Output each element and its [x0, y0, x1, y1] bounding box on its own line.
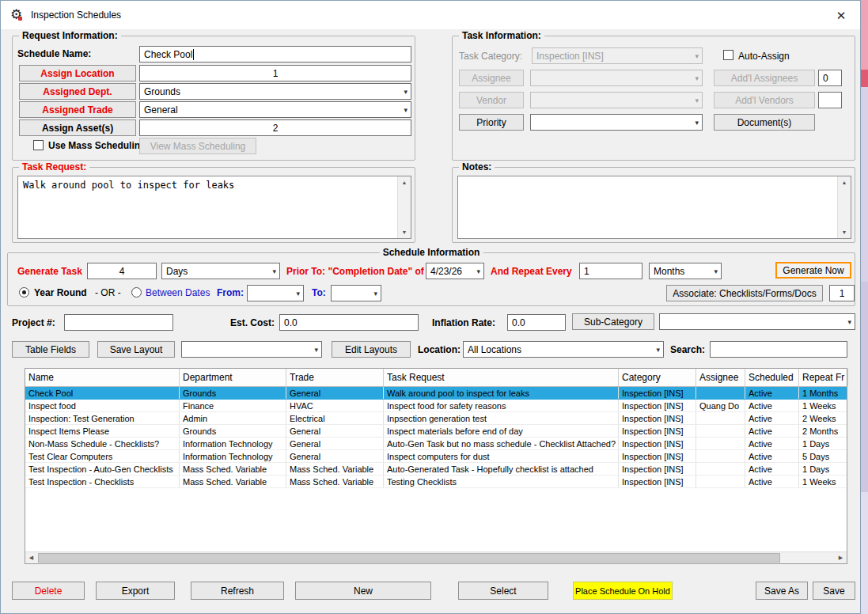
assign-location-button[interactable]: Assign Location — [19, 65, 136, 81]
scroll-up-icon[interactable]: ▲ — [398, 176, 411, 188]
repeat-unit-select[interactable]: Months ▾ — [649, 263, 722, 279]
view-mass-scheduling-label: View Mass Scheduling — [150, 141, 246, 152]
table-row[interactable]: Inspect Items PleaseGroundsGeneralInspec… — [25, 425, 847, 438]
column-header[interactable]: Category — [619, 369, 696, 386]
between-dates-radio[interactable] — [131, 287, 142, 298]
assign-location-label: Assign Location — [40, 68, 114, 79]
scroll-down-icon[interactable]: ▼ — [838, 226, 851, 238]
table-row[interactable]: Test Inspection - ChecklistsMass Sched. … — [25, 476, 847, 488]
table-cell: Inspect food — [25, 400, 180, 411]
table-cell: Inpsection generation test — [384, 412, 619, 424]
table-cell: Active — [745, 425, 799, 437]
est-cost-input[interactable]: 0.0 — [279, 314, 419, 331]
sub-category-select[interactable]: ▾ — [659, 313, 855, 330]
column-header[interactable]: Assignee — [696, 369, 745, 386]
table-fields-button[interactable]: Table Fields — [12, 341, 89, 358]
assigned-trade-select[interactable]: General ▾ — [139, 101, 411, 118]
close-icon[interactable]: ✕ — [833, 8, 849, 24]
year-round-radio[interactable] — [19, 287, 29, 298]
assigned-dept-button[interactable]: Assigned Dept. — [19, 83, 136, 100]
table-row[interactable]: Check PoolGroundsGeneralWalk around pool… — [25, 387, 847, 400]
scroll-left-icon[interactable]: ◀ — [25, 552, 37, 563]
addl-assignees-count-field[interactable]: 0 — [818, 70, 842, 86]
delete-button[interactable]: Delete — [12, 582, 85, 600]
table-cell: Grounds — [180, 425, 286, 437]
table-cell: 1 Months — [799, 387, 847, 399]
table-row[interactable]: Test Clear ComputersInformation Technolo… — [25, 450, 847, 463]
table-hscrollbar[interactable]: ◀ ▶ — [25, 551, 847, 563]
scroll-down-icon[interactable]: ▼ — [398, 226, 411, 238]
column-header[interactable]: Trade — [286, 369, 384, 386]
edit-layouts-button[interactable]: Edit Layouts — [332, 341, 411, 358]
hscroll-thumb[interactable] — [38, 553, 780, 563]
titlebar[interactable]: ⚙ Inspection Schedules ✕ — [1, 1, 860, 29]
to-date-select[interactable]: ▾ — [331, 285, 381, 301]
addl-vendors-count-field[interactable] — [818, 92, 842, 108]
associate-count-field[interactable]: 1 — [829, 285, 855, 301]
chevron-down-icon: ▾ — [714, 267, 718, 275]
table-cell: Active — [745, 438, 799, 449]
assigned-trade-button[interactable]: Assigned Trade — [19, 101, 136, 118]
refresh-button[interactable]: Refresh — [191, 582, 284, 600]
generate-task-input[interactable]: 4 — [87, 263, 157, 279]
column-header[interactable]: Task Request — [384, 369, 619, 386]
table-cell: Inspection: Test Generation — [25, 412, 180, 424]
auto-assign-checkbox[interactable] — [723, 50, 733, 60]
assign-assets-count-field[interactable]: 2 — [139, 119, 411, 136]
column-header[interactable]: Repeat Fr — [799, 369, 848, 386]
est-cost-value: 0.0 — [284, 317, 298, 328]
generate-now-button[interactable]: Generate Now — [775, 262, 851, 279]
generate-task-unit-select[interactable]: Days ▾ — [161, 263, 280, 279]
table-body: Check PoolGroundsGeneralWalk around pool… — [25, 387, 847, 551]
priority-button[interactable]: Priority — [459, 114, 524, 131]
priority-select[interactable]: ▾ — [530, 114, 703, 131]
scroll-up-icon[interactable]: ▲ — [838, 176, 851, 188]
table-cell: Testing Checklists — [384, 476, 619, 487]
task-request-textarea[interactable]: Walk around pool to inspect for leaks ▲ … — [17, 176, 411, 239]
save-layout-button[interactable]: Save Layout — [97, 341, 175, 358]
notes-textarea[interactable]: ▲ ▼ — [457, 176, 851, 239]
column-header[interactable]: Name — [25, 369, 180, 386]
table-row[interactable]: Non-Mass Schedule - Checklists?Informati… — [25, 438, 847, 450]
assign-assets-button[interactable]: Assign Asset(s) — [19, 119, 136, 136]
export-button[interactable]: Export — [96, 582, 175, 600]
assigned-trade-label: Assigned Trade — [42, 104, 112, 116]
use-mass-scheduling-checkbox[interactable] — [33, 140, 44, 150]
select-button[interactable]: Select — [458, 582, 548, 600]
completion-date-select[interactable]: 4/23/26 ▾ — [426, 263, 484, 279]
assign-assets-value: 2 — [273, 123, 279, 134]
scroll-right-icon[interactable]: ▶ — [835, 552, 847, 563]
project-number-input[interactable] — [64, 314, 173, 331]
location-label: Location: — [418, 344, 461, 355]
save-as-button[interactable]: Save As — [756, 582, 808, 600]
documents-button[interactable]: Document(s) — [714, 114, 815, 131]
layout-select[interactable]: ▾ — [181, 341, 322, 358]
notes-scrollbar[interactable]: ▲ ▼ — [837, 176, 851, 238]
associate-checklists-button[interactable]: Associate: Checklists/Forms/Docs — [666, 285, 823, 301]
new-button[interactable]: New — [295, 582, 431, 600]
table-cell: 2 Months — [799, 425, 847, 437]
task-request-scrollbar[interactable]: ▲ ▼ — [397, 176, 411, 238]
save-button[interactable]: Save — [813, 582, 855, 600]
sub-category-button[interactable]: Sub-Category — [572, 313, 654, 330]
search-input[interactable] — [710, 341, 847, 358]
place-schedule-on-hold-button[interactable]: Place Schedule On Hold — [573, 582, 673, 600]
inflation-rate-input[interactable]: 0.0 — [507, 314, 566, 331]
table-row[interactable]: Inspect foodFinanceHVACInspect food for … — [25, 400, 847, 412]
table-row[interactable]: Inspection: Test GenerationAdminElectric… — [25, 412, 847, 425]
column-header[interactable]: Scheduled — [745, 369, 799, 386]
column-header[interactable]: Department — [180, 369, 286, 386]
table-cell: Active — [745, 476, 799, 487]
schedule-name-input[interactable]: Check Pool — [139, 46, 411, 63]
window-title: Inspection Schedules — [31, 9, 121, 21]
location-select[interactable]: All Locations ▾ — [463, 341, 664, 358]
assign-location-count-field[interactable]: 1 — [139, 65, 411, 81]
assigned-dept-select[interactable]: Grounds ▾ — [139, 83, 411, 100]
from-date-select[interactable]: ▾ — [247, 285, 304, 301]
notes-group: Notes: ▲ ▼ — [452, 167, 855, 243]
chevron-down-icon: ▾ — [314, 346, 318, 354]
search-label: Search: — [670, 344, 705, 355]
repeat-every-input[interactable]: 1 — [579, 263, 642, 279]
table-cell: HVAC — [286, 400, 384, 411]
table-row[interactable]: Test Inspection - Auto-Gen ChecklistsMas… — [25, 463, 847, 476]
